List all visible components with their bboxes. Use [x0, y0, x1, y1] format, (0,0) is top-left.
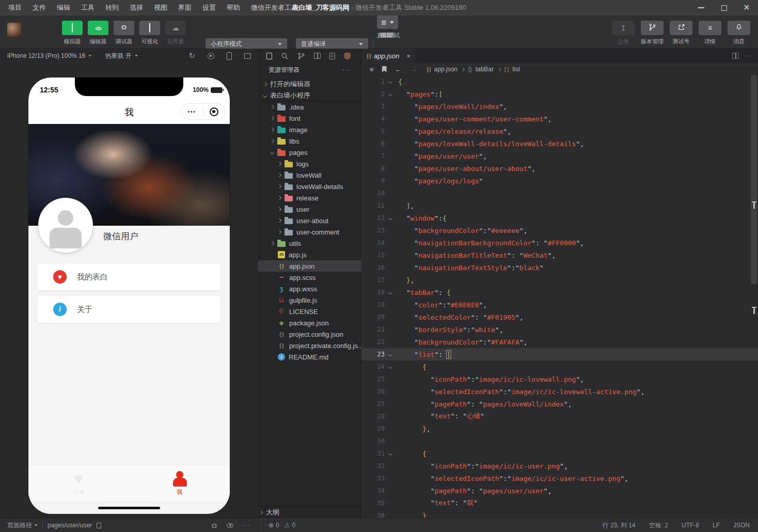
code-line-20[interactable]: 20 "selectedColor": "#F01905", — [361, 311, 758, 323]
code-line-31[interactable]: 31 { — [361, 447, 758, 460]
exit-target-icon[interactable] — [203, 107, 225, 116]
code-line-24[interactable]: 24 { — [361, 361, 758, 373]
code-line-6[interactable]: 6 "pages/loveWall-details/loveWall-detai… — [361, 137, 758, 150]
tree-item-loveWall-details[interactable]: loveWall-details — [258, 181, 361, 192]
tree-item-logs[interactable]: logs — [258, 158, 361, 169]
menu-转到[interactable]: 转到 — [105, 3, 119, 12]
more-actions-icon[interactable]: ··· — [342, 66, 350, 73]
toolbar-button-详情[interactable]: ≡详情 — [699, 15, 721, 45]
code-line-28[interactable]: 28 "text": "心墙" — [361, 410, 758, 423]
code-line-9[interactable]: 9 "pages/logs/logs" — [361, 175, 758, 187]
avatar[interactable] — [38, 198, 93, 253]
fold-icon[interactable] — [388, 451, 392, 456]
code-line-34[interactable]: 34 "pagePath": "pages/user/user", — [361, 484, 758, 497]
toolbar-button-编辑器[interactable]: </>编辑器 — [88, 15, 108, 45]
code-line-29[interactable]: 29 }, — [361, 423, 758, 435]
code-line-2[interactable]: 2 "pages":[ — [361, 88, 758, 100]
tree-item-.idea[interactable]: .idea — [258, 101, 361, 113]
editor-more-icon[interactable]: ··· — [745, 52, 753, 59]
code-line-5[interactable]: 5 "pages/release/release", — [361, 125, 758, 137]
code-line-4[interactable]: 4 "pages/user-comment/user-comment", — [361, 113, 758, 125]
tree-item-user[interactable]: user — [258, 204, 361, 215]
code-line-13[interactable]: 13 "backgroundColor":"#eeeeee", — [361, 224, 758, 237]
tree-item-app.json[interactable]: {·}app.json — [258, 260, 361, 272]
tree-item-utils[interactable]: utils — [258, 238, 361, 249]
maximize-button[interactable] — [713, 0, 735, 15]
phone-tab-心墙[interactable]: ♥心墙 — [28, 465, 129, 501]
tree-item-gulpfile.js[interactable]: ⊔gulpfile.js — [258, 294, 361, 306]
tree-item-release[interactable]: release — [258, 192, 361, 204]
tree-item-libs[interactable]: libs — [258, 135, 361, 147]
menu-项目[interactable]: 项目 — [8, 3, 22, 12]
breadcrumb-app.json[interactable]: app.json — [434, 66, 457, 73]
code-line-25[interactable]: 25 "iconPath":"image/ic/ic-lovewall.png"… — [361, 373, 758, 385]
code-line-8[interactable]: 8 "pages/user-about/user-about", — [361, 162, 758, 175]
close-button[interactable]: ✕ — [735, 0, 758, 15]
toolbar-button-清缓存[interactable]: ≣清缓存 — [377, 15, 398, 39]
code-line-11[interactable]: 11 ], — [361, 199, 758, 212]
multi-window-icon[interactable] — [244, 53, 251, 59]
menu-文件[interactable]: 文件 — [33, 3, 46, 12]
fold-icon[interactable] — [388, 216, 392, 220]
code-line-27[interactable]: 27 "pagePath": "pages/loveWall/index", — [361, 398, 758, 410]
tree-item-LICENSE[interactable]: ©LICENSE — [258, 306, 361, 317]
toolbar-button-调试器[interactable]: 调试器 — [114, 15, 134, 45]
tree-item-app.wxss[interactable]: ʒapp.wxss — [258, 283, 361, 294]
breadcrumb-list[interactable]: list — [512, 66, 520, 73]
code-line-7[interactable]: 7 "pages/user/user", — [361, 150, 758, 162]
search-icon[interactable] — [281, 52, 289, 60]
menu-选择[interactable]: 选择 — [130, 3, 143, 12]
code-line-1[interactable]: 1{ — [361, 75, 758, 88]
close-tab-icon[interactable]: × — [406, 52, 410, 60]
outline-section[interactable]: 大纲 — [258, 506, 361, 518]
record-icon[interactable] — [208, 53, 214, 59]
menu-编辑[interactable]: 编辑 — [57, 3, 70, 12]
code-line-23[interactable]: 23 "list": [ — [361, 348, 758, 361]
tree-item-project.private.config.js...[interactable]: {·}project.private.config.js... — [258, 340, 361, 351]
page-path-label[interactable]: 页面路径 — [7, 521, 38, 530]
toolbar-button-可视化[interactable]: 可视化 — [139, 15, 160, 45]
menu-视图[interactable]: 视图 — [154, 3, 167, 12]
files-icon[interactable] — [266, 53, 272, 59]
code-line-17[interactable]: 17 }, — [361, 274, 758, 286]
code-area[interactable]: 1{2 "pages":[3 "pages/loveWall/index",4 … — [361, 75, 758, 518]
problems-indicator[interactable]: ⊗0 ⚠0 — [261, 518, 295, 532]
status-segment[interactable]: 空格: 2 — [649, 521, 668, 530]
code-line-16[interactable]: 16 "navigationBarTextStyle":"black" — [361, 261, 758, 274]
outline-list-icon[interactable]: ≡ — [370, 66, 374, 73]
tree-item-打开的编辑器[interactable]: 打开的编辑器 — [258, 79, 361, 90]
menu-帮助[interactable]: 帮助 — [227, 3, 240, 12]
tree-item-font[interactable]: font — [258, 113, 361, 124]
fold-icon[interactable] — [388, 365, 392, 369]
toolbar-button-消息[interactable]: 消息 — [728, 15, 750, 45]
forward-icon[interactable]: → — [410, 65, 418, 73]
menu-工具[interactable]: 工具 — [81, 3, 94, 12]
git-branch-icon[interactable] — [297, 52, 305, 60]
code-line-35[interactable]: 35 "text": "我" — [361, 497, 758, 509]
back-icon[interactable]: ← — [395, 65, 402, 73]
fold-icon[interactable] — [388, 352, 392, 356]
hot-reload-toggle[interactable]: 热重载 开 — [105, 52, 137, 60]
code-line-12[interactable]: 12 "window":{ — [361, 212, 758, 224]
code-line-10[interactable]: 10 — [361, 187, 758, 199]
status-segment[interactable]: JSON — [733, 522, 750, 529]
breadcrumb-tabBar[interactable]: tabBar — [476, 66, 494, 73]
split-view-icon[interactable] — [314, 53, 321, 59]
split-editor-icon[interactable] — [732, 53, 739, 59]
tree-item-project.config.json[interactable]: {·}project.config.json — [258, 328, 361, 340]
code-line-30[interactable]: 30 — [361, 435, 758, 447]
toolbar-button-模拟器[interactable]: 模拟器 — [62, 15, 83, 45]
tree-item-image[interactable]: image — [258, 124, 361, 135]
tree-item-pages[interactable]: pages — [258, 147, 361, 158]
scrollbar-thumb[interactable] — [751, 75, 757, 284]
code-line-18[interactable]: 18 "tabBar": { — [361, 286, 758, 299]
tree-item-app.scss[interactable]: ~app.scss — [258, 272, 361, 283]
user-avatar[interactable] — [7, 23, 21, 37]
fold-icon[interactable] — [388, 92, 392, 96]
fold-icon[interactable] — [388, 80, 392, 84]
code-line-3[interactable]: 3 "pages/loveWall/index", — [361, 100, 758, 113]
fold-icon[interactable] — [388, 290, 392, 294]
tree-item-表白墙小程序[interactable]: 表白墙小程序 — [258, 90, 361, 101]
more-icon[interactable]: ··· — [242, 522, 250, 529]
hand-tool-icon[interactable] — [344, 53, 351, 59]
